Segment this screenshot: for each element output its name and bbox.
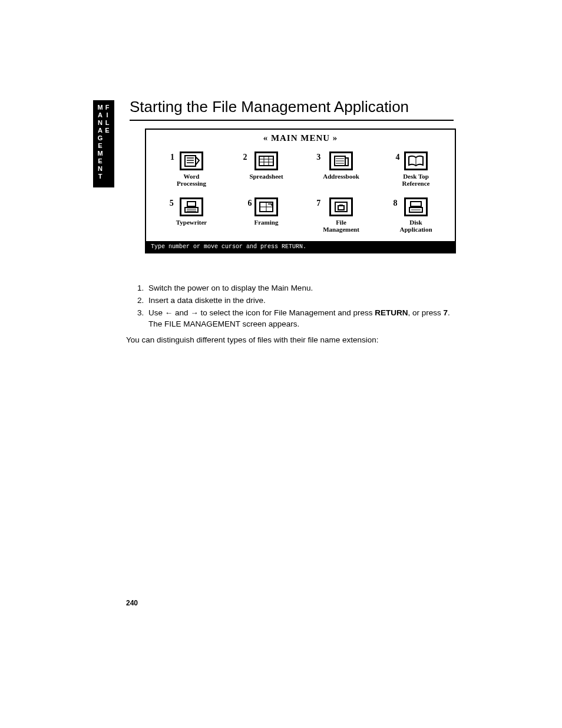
svg-rect-23 <box>338 206 344 210</box>
menu-num: 1 <box>170 153 174 162</box>
menu-item-desktop-reference: 4 Desk TopReference <box>378 151 448 187</box>
menu-num: 6 <box>248 199 252 208</box>
menu-label: FileManagement <box>323 219 359 233</box>
menu-item-typewriter: 5 Typewriter <box>153 197 224 233</box>
right-arrow: → <box>190 308 199 317</box>
spreadsheet-icon <box>254 151 278 170</box>
seven-key: 7 <box>443 308 448 317</box>
framing-icon <box>254 197 278 216</box>
svg-rect-25 <box>411 202 421 206</box>
menu-label: DiskApplication <box>399 219 432 233</box>
svg-rect-15 <box>187 202 196 206</box>
menu-label: WordProcessing <box>177 173 206 187</box>
menu-item-disk-application: 8 DiskApplication <box>378 197 448 233</box>
menu-label: Desk TopReference <box>402 173 430 187</box>
menu-label: Addressbook <box>323 173 359 180</box>
addressbook-icon <box>329 151 353 170</box>
prompt-bar: Type number or move cursor and press RET… <box>146 241 455 252</box>
menu-num: 7 <box>316 199 320 208</box>
page-number: 240 <box>126 599 138 607</box>
section-tab-label: FILE MANAGEMENT <box>97 104 111 184</box>
typewriter-icon <box>180 197 203 216</box>
svg-rect-24 <box>339 205 343 206</box>
menu-row-2: 5 Typewriter 6 Framing 7 <box>146 195 455 241</box>
instructions: Switch the power on to display the Main … <box>126 283 456 345</box>
menu-num: 5 <box>170 199 174 208</box>
menu-num: 8 <box>393 199 397 208</box>
menu-item-spreadsheet: 2 Spreadsheet <box>228 151 299 187</box>
step-1: Switch the power on to display the Main … <box>146 283 456 294</box>
menu-item-addressbook: 3 Addressbook <box>303 151 373 187</box>
menu-item-file-management: 7 FileManagement <box>303 197 373 233</box>
word-processing-icon <box>180 151 203 170</box>
step-2: Insert a data diskette in the drive. <box>146 295 456 307</box>
menu-num: 4 <box>396 153 400 162</box>
return-key: RETURN <box>375 308 408 317</box>
svg-rect-16 <box>185 207 198 212</box>
page-title: Starting the File Management Application <box>130 98 454 121</box>
menu-item-word-processing: 1 WordProcessing <box>153 151 224 187</box>
menu-num: 3 <box>316 153 320 162</box>
menu-label: Spreadsheet <box>249 173 283 180</box>
svg-rect-0 <box>185 156 196 166</box>
disk-icon <box>404 197 428 216</box>
left-arrow: ← <box>165 308 173 317</box>
section-tab: FILE MANAGEMENT <box>93 100 114 187</box>
file-management-icon <box>329 197 353 216</box>
note-text: You can distinguish different types of f… <box>126 335 456 346</box>
menu-header: « MAIN MENU » <box>146 130 455 149</box>
menu-label: Framing <box>254 219 279 226</box>
book-icon <box>404 151 428 170</box>
menu-row-1: 1 WordProcessing 2 Spreadsheet 3 <box>146 149 455 195</box>
menu-num: 2 <box>243 153 247 162</box>
svg-rect-4 <box>259 156 273 166</box>
svg-rect-13 <box>345 158 348 166</box>
menu-label: Typewriter <box>176 219 207 226</box>
menu-item-framing: 6 Framing <box>228 197 299 233</box>
step-3: Use ← and → to select the icon for File … <box>146 308 456 330</box>
main-menu-screenshot: « MAIN MENU » 1 WordProcessing 2 Spreads… <box>145 129 456 253</box>
